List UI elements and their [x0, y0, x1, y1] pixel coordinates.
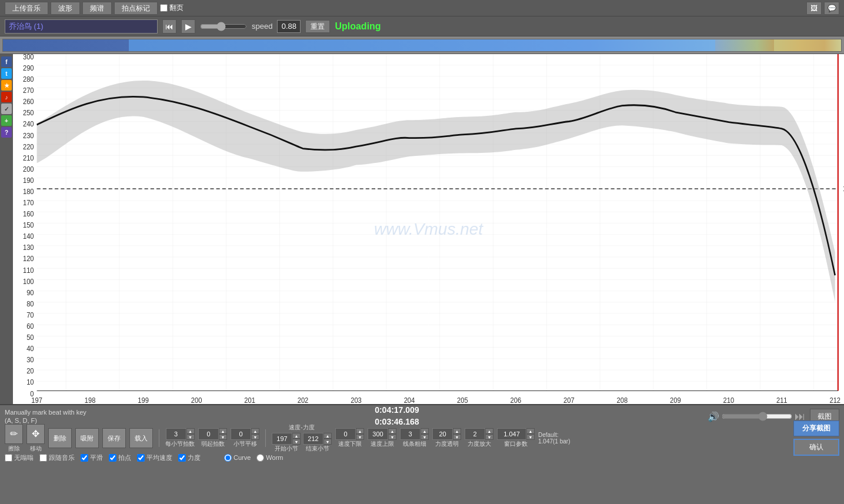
line-thickness-up[interactable]: ▲: [421, 428, 429, 434]
scroll-checkbox-label: 翻页: [160, 3, 184, 13]
back-button[interactable]: ⏮: [162, 19, 176, 34]
avg-speed-checkbox-label: 平均速度: [137, 453, 172, 462]
delete-button[interactable]: 删除: [48, 428, 72, 448]
default-value: 1.047(1 bar): [538, 438, 570, 445]
force-transparency-input[interactable]: [432, 428, 453, 440]
beat-checkbox-label: 拍点: [109, 453, 131, 462]
curve-radio[interactable]: [224, 454, 232, 462]
window-param-up[interactable]: ▲: [526, 428, 535, 434]
default-label: Default:: [538, 432, 570, 438]
svg-text:200: 200: [23, 165, 34, 173]
svg-text:198: 198: [85, 396, 96, 404]
check-icon[interactable]: ✓: [1, 104, 12, 114]
manual-mark-text: Manually mark beat with key (A, S, D, F): [5, 408, 86, 425]
save-button[interactable]: 保存: [102, 428, 126, 448]
help-icon[interactable]: ?: [1, 127, 12, 138]
start-bar-input[interactable]: [272, 433, 292, 445]
upload-music-button[interactable]: 上传音乐: [5, 2, 48, 15]
chart-svg: 300 290 280 270 260 250 240 230 220 210 …: [13, 54, 844, 404]
worm-radio-label: Worm: [256, 454, 283, 462]
end-bar-input[interactable]: [303, 433, 323, 445]
erase-button[interactable]: ✏: [5, 424, 23, 444]
no-reverb-checkbox-label: 无嗡嗡: [5, 453, 34, 462]
beats-per-bar-down[interactable]: ▼: [186, 434, 195, 440]
speed-min-up[interactable]: ▲: [356, 428, 364, 434]
start-bar-down[interactable]: ▼: [292, 439, 301, 445]
attach-button[interactable]: 吸附: [75, 428, 99, 448]
force-zoom-down[interactable]: ▼: [485, 434, 493, 440]
share-image-button[interactable]: 分享截图: [793, 420, 839, 436]
smooth-checkbox[interactable]: [81, 454, 88, 462]
facebook-icon[interactable]: f: [1, 56, 12, 67]
bottom-row1: Manually mark beat with key (A, S, D, F)…: [5, 408, 839, 425]
beats-per-bar-input[interactable]: [166, 428, 186, 440]
line-thickness-down[interactable]: ▼: [421, 434, 429, 440]
no-reverb-checkbox[interactable]: [5, 454, 12, 462]
force-zoom-input[interactable]: [465, 428, 485, 440]
rss-icon[interactable]: ♪: [1, 92, 12, 102]
window-param-down[interactable]: ▼: [526, 434, 535, 440]
force-checkbox-label: 力度: [178, 453, 201, 462]
follow-music-checkbox[interactable]: [39, 454, 47, 462]
weak-beats-down[interactable]: ▼: [219, 434, 227, 440]
start-bar-up[interactable]: ▲: [292, 433, 301, 439]
move-button[interactable]: ✥: [26, 424, 45, 444]
plus-icon[interactable]: +: [1, 115, 12, 126]
waveform-display[interactable]: [2, 39, 842, 52]
weak-beats-input[interactable]: [198, 428, 219, 440]
scroll-checkbox[interactable]: [160, 4, 168, 12]
svg-text:212: 212: [829, 396, 840, 404]
svg-text:203: 203: [351, 396, 362, 404]
song-title-input[interactable]: [5, 19, 158, 34]
end-bar-up[interactable]: ▲: [323, 433, 332, 439]
svg-text:209: 209: [670, 396, 681, 404]
twitter-icon[interactable]: t: [1, 68, 12, 79]
svg-text:160: 160: [23, 210, 34, 218]
ok-button[interactable]: 确认: [793, 439, 839, 456]
svg-text:90: 90: [26, 288, 34, 296]
svg-text:10: 10: [26, 378, 34, 386]
volume-slider[interactable]: [722, 412, 792, 421]
speed-min-down[interactable]: ▼: [356, 434, 364, 440]
reset-button[interactable]: 重置: [305, 20, 330, 33]
worm-radio[interactable]: [256, 454, 264, 462]
beats-per-bar-up[interactable]: ▲: [186, 428, 195, 434]
star-icon[interactable]: ★: [1, 80, 12, 91]
speed-slider[interactable]: [200, 22, 247, 31]
svg-text:110: 110: [23, 266, 34, 274]
force-transparency-down[interactable]: ▼: [453, 434, 461, 440]
svg-text:220: 220: [23, 142, 34, 151]
move-icon: ✥: [32, 428, 39, 439]
speed-value-input[interactable]: [277, 20, 301, 33]
speed-min-input[interactable]: [335, 428, 356, 440]
bottom-panel: Manually mark beat with key (A, S, D, F)…: [0, 404, 844, 504]
force-checkbox[interactable]: [178, 454, 186, 462]
load-button[interactable]: 载入: [129, 428, 153, 448]
beat-checkbox[interactable]: [109, 454, 116, 462]
share-icon-button[interactable]: 💬: [824, 2, 839, 15]
speed-max-down[interactable]: ▼: [388, 434, 396, 440]
svg-text:211: 211: [776, 396, 788, 404]
avg-speed-checkbox[interactable]: [137, 454, 145, 462]
speed-max-up[interactable]: ▲: [388, 428, 396, 434]
svg-text:300: 300: [23, 54, 34, 61]
bar-shift-down[interactable]: ▼: [251, 434, 259, 440]
speed-max-input[interactable]: [368, 428, 388, 440]
bar-shift-input[interactable]: [231, 428, 251, 440]
svg-text:60: 60: [26, 322, 34, 330]
spectrum-button[interactable]: 频谱: [82, 2, 112, 15]
window-param-input[interactable]: [497, 428, 526, 440]
force-zoom-up[interactable]: ▲: [485, 428, 493, 434]
svg-text:80: 80: [26, 299, 34, 308]
bar-shift-up[interactable]: ▲: [251, 428, 259, 434]
end-bar-down[interactable]: ▼: [323, 439, 332, 445]
play-button[interactable]: ▶: [181, 19, 195, 34]
line-thickness-input[interactable]: [400, 428, 421, 440]
save-icon-button[interactable]: 🖼: [806, 2, 822, 15]
waveform-button[interactable]: 波形: [51, 2, 80, 15]
weak-beats-up[interactable]: ▲: [219, 428, 227, 434]
beat-mark-button[interactable]: 拍点标记: [114, 2, 158, 15]
svg-text:170: 170: [23, 199, 34, 207]
svg-text:199: 199: [138, 396, 149, 404]
force-transparency-up[interactable]: ▲: [453, 428, 461, 434]
